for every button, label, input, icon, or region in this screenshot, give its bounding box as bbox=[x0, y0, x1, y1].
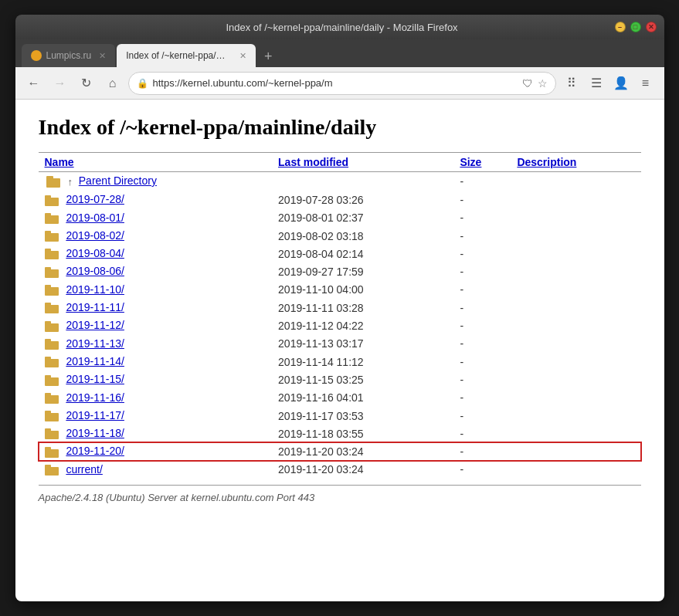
forward-button[interactable]: → bbox=[49, 73, 71, 94]
entry-desc-cell bbox=[511, 353, 640, 371]
entry-desc-cell bbox=[511, 371, 640, 388]
tab-kernel[interactable]: Index of /~kernel-ppa/main… ✕ bbox=[117, 44, 256, 67]
entry-link[interactable]: 2019-11-14/ bbox=[66, 355, 124, 367]
col-last-modified: Last modified bbox=[272, 153, 453, 172]
table-row: 2019-08-04/ 2019-08-04 02:14- bbox=[39, 245, 641, 262]
entry-date-cell: 2019-09-27 17:59 bbox=[272, 262, 453, 280]
entry-link[interactable]: 2019-08-01/ bbox=[66, 212, 124, 224]
collections-icon[interactable]: ⠿ bbox=[561, 73, 582, 94]
entry-size-cell: - bbox=[453, 209, 511, 227]
folder-icon bbox=[45, 464, 60, 476]
sort-modified-link[interactable]: Last modified bbox=[278, 156, 348, 168]
sort-size-link[interactable]: Size bbox=[460, 156, 481, 168]
address-bar-icons: 🛡 ☆ bbox=[522, 77, 548, 90]
address-bar-container[interactable]: 🔒 🛡 ☆ bbox=[128, 72, 556, 95]
parent-folder-icon bbox=[45, 174, 62, 188]
entry-date-cell: 2019-11-17 03:53 bbox=[272, 407, 453, 425]
entry-desc-cell bbox=[511, 227, 640, 245]
entry-date-cell: 2019-07-28 03:26 bbox=[272, 191, 453, 208]
entry-link[interactable]: 2019-11-15/ bbox=[66, 373, 124, 385]
svg-rect-29 bbox=[45, 428, 51, 432]
folder-icon bbox=[45, 248, 60, 260]
entry-size-cell: - bbox=[453, 227, 511, 245]
svg-rect-25 bbox=[45, 393, 51, 397]
entry-size-cell: - bbox=[453, 281, 511, 299]
browser-window: Index of /~kernel-ppa/mainline/daily - M… bbox=[15, 15, 664, 601]
entry-name-cell: 2019-07-28/ bbox=[39, 191, 273, 208]
window-title: Index of /~kernel-ppa/mainline/daily - M… bbox=[70, 22, 615, 33]
table-row: 2019-11-11/ 2019-11-11 03:28- bbox=[39, 299, 641, 316]
window-controls: – □ ✕ bbox=[615, 22, 657, 32]
entry-name-cell: 2019-08-04/ bbox=[39, 245, 273, 262]
folder-icon bbox=[45, 195, 60, 207]
svg-rect-31 bbox=[45, 447, 51, 451]
svg-rect-19 bbox=[45, 339, 51, 343]
account-icon[interactable]: 👤 bbox=[610, 73, 632, 94]
tab-lumpics[interactable]: Lumpics.ru ✕ bbox=[22, 44, 116, 67]
entry-desc-cell bbox=[511, 442, 640, 460]
col-name: Name bbox=[39, 153, 273, 172]
nav-right-icons: ⠿ ☰ 👤 ≡ bbox=[561, 73, 657, 94]
table-row: 2019-08-01/ 2019-08-01 02:37- bbox=[39, 209, 641, 227]
entry-link[interactable]: 2019-11-18/ bbox=[66, 427, 124, 439]
entry-date-cell: 2019-11-18 03:55 bbox=[272, 425, 453, 442]
svg-rect-3 bbox=[45, 195, 51, 199]
sort-desc-link[interactable]: Description bbox=[517, 156, 576, 168]
maximize-button[interactable]: □ bbox=[630, 22, 641, 32]
entry-desc-cell bbox=[511, 191, 640, 208]
entry-link[interactable]: 2019-11-13/ bbox=[66, 337, 124, 350]
table-row: 2019-11-14/ 2019-11-14 11:12- bbox=[39, 353, 641, 371]
entry-date-cell: 2019-11-20 03:24 bbox=[272, 461, 453, 479]
entry-desc-cell bbox=[511, 262, 640, 280]
entry-link[interactable]: 2019-07-28/ bbox=[66, 193, 124, 205]
tab-close-kernel[interactable]: ✕ bbox=[239, 51, 246, 61]
menu-icon[interactable]: ≡ bbox=[635, 73, 657, 94]
entry-desc-cell bbox=[511, 281, 640, 299]
entry-name-cell: 2019-08-06/ bbox=[39, 262, 273, 280]
new-tab-button[interactable]: + bbox=[257, 46, 279, 67]
table-row: 2019-11-18/ 2019-11-18 03:55- bbox=[39, 425, 641, 442]
entry-link[interactable]: 2019-11-12/ bbox=[66, 319, 124, 331]
entry-desc-cell bbox=[511, 245, 640, 262]
entry-size-cell: - bbox=[453, 191, 511, 208]
entry-link[interactable]: 2019-11-17/ bbox=[66, 409, 124, 421]
entry-link[interactable]: 2019-11-11/ bbox=[66, 301, 124, 313]
entry-name-cell: 2019-11-14/ bbox=[39, 353, 273, 371]
sort-name-link[interactable]: Name bbox=[45, 156, 74, 168]
entry-desc-cell bbox=[511, 461, 640, 479]
table-row: 2019-11-12/ 2019-11-12 04:22- bbox=[39, 316, 641, 334]
minimize-button[interactable]: – bbox=[615, 22, 626, 32]
entry-size-cell: - bbox=[453, 299, 511, 316]
entry-size-cell: - bbox=[453, 425, 511, 442]
entry-link[interactable]: 2019-08-06/ bbox=[66, 265, 124, 277]
reading-mode-icon[interactable]: ☰ bbox=[586, 73, 607, 94]
folder-icon bbox=[45, 212, 60, 225]
address-input[interactable] bbox=[153, 77, 518, 89]
back-button[interactable]: ← bbox=[23, 73, 45, 94]
entry-link[interactable]: current/ bbox=[66, 463, 102, 476]
entry-date-cell: 2019-11-15 03:25 bbox=[272, 371, 453, 388]
entry-name-cell: 2019-08-01/ bbox=[39, 209, 273, 227]
folder-icon bbox=[45, 446, 60, 459]
tab-label-lumpics: Lumpics.ru bbox=[46, 50, 92, 61]
table-row: 2019-11-20/ 2019-11-20 03:24- bbox=[39, 442, 641, 460]
entry-link[interactable]: 2019-11-10/ bbox=[66, 283, 124, 296]
entry-link[interactable]: 2019-08-02/ bbox=[66, 229, 124, 242]
star-icon[interactable]: ☆ bbox=[538, 77, 548, 90]
folder-icon bbox=[45, 230, 60, 242]
close-button[interactable]: ✕ bbox=[646, 22, 657, 32]
table-row: 2019-11-17/ 2019-11-17 03:53- bbox=[39, 407, 641, 425]
entry-link[interactable]: 2019-11-16/ bbox=[66, 391, 124, 404]
tab-close-lumpics[interactable]: ✕ bbox=[99, 51, 106, 61]
entry-link[interactable]: 2019-11-20/ bbox=[66, 445, 124, 457]
tab-label-kernel: Index of /~kernel-ppa/main… bbox=[126, 50, 232, 61]
entry-link[interactable]: 2019-08-04/ bbox=[66, 247, 124, 259]
file-table: Name Last modified Size Description bbox=[39, 152, 641, 479]
entry-name-cell: 2019-11-17/ bbox=[39, 407, 273, 425]
parent-dir-link[interactable]: Parent Directory bbox=[79, 174, 157, 187]
home-button[interactable]: ⌂ bbox=[102, 73, 124, 94]
entry-name-cell: current/ bbox=[39, 461, 273, 479]
entry-desc-cell bbox=[511, 209, 640, 227]
reload-button[interactable]: ↻ bbox=[76, 73, 97, 94]
nav-bar: ← → ↻ ⌂ 🔒 🛡 ☆ ⠿ ☰ 👤 ≡ bbox=[15, 67, 664, 100]
